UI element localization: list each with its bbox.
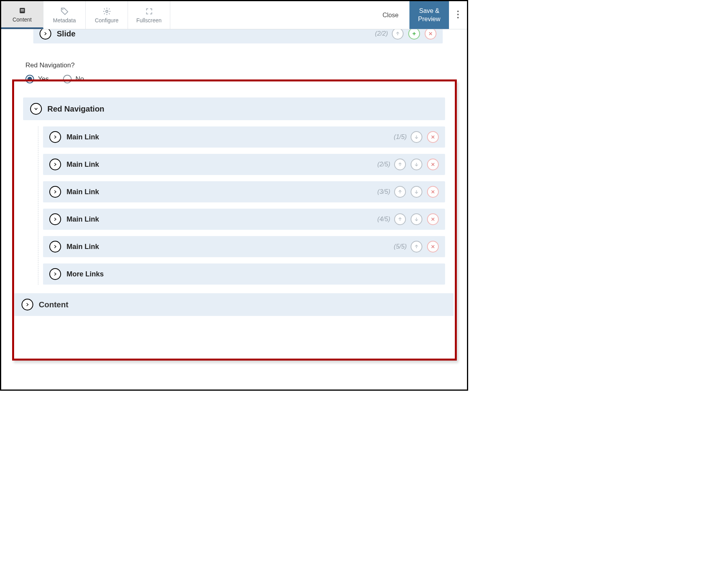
expand-icon[interactable] [49, 213, 61, 225]
move-down-icon[interactable] [411, 213, 422, 225]
link-title: Main Link [67, 243, 99, 251]
link-count: (4/5) [377, 216, 390, 223]
main-link-row[interactable]: Main Link(3/5) [43, 181, 445, 202]
tab-fullscreen[interactable]: Fullscreen [128, 1, 170, 29]
svg-point-3 [62, 9, 63, 10]
link-count: (3/5) [377, 188, 390, 195]
link-title: Main Link [67, 161, 99, 169]
gear-icon [103, 7, 111, 16]
radio-yes-label: Yes [38, 75, 49, 83]
tab-metadata[interactable]: Metadata [43, 1, 86, 29]
collapse-icon[interactable] [30, 103, 42, 115]
content-area: Slide (2/2) Red Navigation? Yes [1, 29, 467, 390]
slide-panel[interactable]: Slide (2/2) [33, 29, 443, 43]
red-navigation-section[interactable]: Red Navigation [23, 97, 445, 120]
editor-toolbar: Content Metadata Configure Fullscreen Cl… [1, 1, 467, 29]
link-title: Main Link [67, 188, 99, 196]
tab-label: Fullscreen [136, 17, 162, 23]
red-nav-question: Red Navigation? Yes No [14, 50, 454, 87]
radio-dot-icon [63, 75, 72, 83]
content-icon [18, 6, 27, 15]
main-link-row[interactable]: Main Link(5/5) [43, 236, 445, 257]
question-label: Red Navigation? [25, 61, 447, 69]
radio-yes[interactable]: Yes [25, 75, 49, 83]
slide-count: (2/2) [375, 30, 388, 37]
main-link-row[interactable]: Main Link(1/5) [43, 126, 445, 148]
close-button[interactable]: Close [371, 1, 409, 29]
more-links-row[interactable]: More Links [43, 263, 445, 285]
more-links-title: More Links [67, 270, 104, 278]
move-up-icon[interactable] [392, 29, 404, 40]
main-link-row[interactable]: Main Link(4/5) [43, 209, 445, 230]
radio-dot-icon [25, 75, 34, 83]
tab-label: Configure [95, 17, 119, 23]
delete-icon[interactable] [427, 186, 439, 198]
save-preview-button[interactable]: Save & Preview [409, 1, 449, 29]
radio-no[interactable]: No [63, 75, 84, 83]
save-label: Save & Preview [418, 7, 440, 23]
expand-icon[interactable] [22, 299, 33, 310]
svg-point-4 [106, 10, 108, 13]
tab-label: Content [13, 16, 32, 23]
tab-content[interactable]: Content [1, 1, 43, 29]
main-link-list: Main Link(1/5)Main Link(2/5)Main Link(3/… [38, 126, 445, 285]
svg-point-5 [457, 11, 459, 12]
content-title: Content [39, 300, 68, 309]
expand-icon[interactable] [49, 131, 61, 143]
expand-icon[interactable] [49, 241, 61, 253]
expand-icon[interactable] [49, 268, 61, 280]
main-link-row[interactable]: Main Link(2/5) [43, 154, 445, 175]
close-label: Close [382, 12, 398, 19]
tab-label: Metadata [53, 17, 76, 23]
expand-icon[interactable] [40, 29, 51, 40]
move-up-icon[interactable] [411, 241, 422, 253]
radio-no-label: No [76, 75, 84, 83]
delete-icon[interactable] [427, 159, 439, 170]
svg-rect-1 [20, 9, 23, 10]
link-title: Main Link [67, 215, 99, 224]
move-up-icon[interactable] [394, 159, 406, 170]
svg-point-6 [457, 14, 459, 15]
delete-icon[interactable] [427, 241, 439, 253]
tab-configure[interactable]: Configure [86, 1, 128, 29]
kebab-icon [457, 10, 459, 20]
link-count: (2/5) [377, 161, 390, 168]
delete-icon[interactable] [427, 131, 439, 143]
expand-icon[interactable] [49, 186, 61, 198]
svg-rect-2 [20, 11, 23, 11]
move-down-icon[interactable] [411, 159, 422, 170]
link-count: (5/5) [394, 243, 407, 250]
link-title: Main Link [67, 133, 99, 141]
more-menu-button[interactable] [449, 1, 467, 29]
delete-icon[interactable] [427, 213, 439, 225]
expand-icon[interactable] [49, 159, 61, 170]
add-icon[interactable] [408, 29, 420, 40]
slide-title: Slide [57, 29, 76, 38]
section-title: Red Navigation [47, 105, 105, 114]
delete-icon[interactable] [425, 29, 436, 40]
move-up-icon[interactable] [394, 213, 406, 225]
move-down-icon[interactable] [411, 186, 422, 198]
tag-icon [60, 7, 69, 16]
link-count: (1/5) [394, 133, 407, 141]
fullscreen-icon [145, 7, 153, 16]
move-up-icon[interactable] [394, 186, 406, 198]
content-panel[interactable]: Content [14, 293, 454, 316]
svg-point-7 [457, 17, 459, 18]
move-down-icon[interactable] [411, 131, 422, 143]
